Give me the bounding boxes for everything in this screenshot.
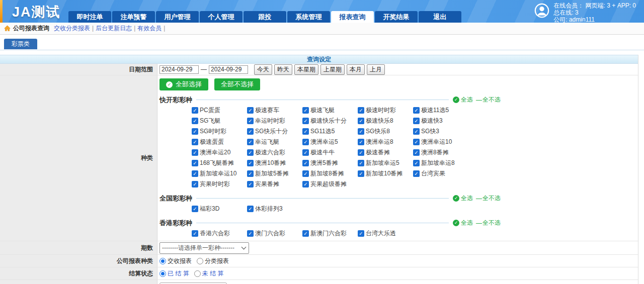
settle-status-options: 已 结 算未 结 算 [157, 267, 638, 279]
lottery-option[interactable]: ✓SG时时彩 [192, 128, 247, 135]
checkbox-checked-icon: ✓ [413, 160, 420, 166]
nav-tab-8[interactable]: 退出 [419, 11, 461, 23]
settle-status-option-1[interactable]: 未 结 算 [194, 269, 224, 278]
lottery-option[interactable]: ✓极速蛋蛋 [192, 139, 247, 145]
breadcrumb-link-1[interactable]: 后台更新日志 [96, 25, 132, 32]
nav-tab-7[interactable]: 开奖结果 [375, 11, 418, 23]
lottery-option[interactable]: ✓福彩3D [192, 206, 247, 212]
lottery-option[interactable]: ✓极速快3 [413, 118, 468, 124]
nav-tab-5[interactable]: 系统管理 [287, 11, 330, 23]
lottery-option[interactable]: ✓宾果超级番摊 [302, 181, 358, 187]
nav-tab-0[interactable]: 即时注单 [68, 11, 111, 23]
nav-tab-3[interactable]: 个人管理 [200, 11, 243, 23]
date-separator: — [201, 66, 207, 73]
date-shortcut-button-0[interactable]: 今天 [254, 64, 272, 75]
section-links: ✓全选—全不选 [453, 219, 501, 227]
user-avatar-icon [534, 3, 549, 18]
lottery-option[interactable]: ✓极速11选5 [413, 107, 468, 114]
report-type-option-0[interactable]: 交收报表 [159, 257, 192, 265]
lottery-option[interactable]: ✓极速快乐十分 [302, 118, 358, 124]
lottery-option[interactable]: ✓PC蛋蛋 [192, 107, 247, 114]
period-select[interactable]: --------请选择单一彩种------- [159, 242, 249, 254]
lottery-option[interactable]: ✓新加坡10番摊 [358, 170, 413, 177]
home-icon[interactable] [4, 25, 11, 32]
lottery-option[interactable]: ✓澳洲幸运8 [358, 139, 413, 145]
lottery-option[interactable]: ✓澳洲10番摊 [247, 160, 302, 166]
lottery-option[interactable]: ✓168飞艇番摊 [192, 160, 247, 166]
lottery-option[interactable]: ✓极速快乐8 [358, 118, 413, 124]
lottery-option[interactable]: ✓台湾大乐透 [358, 230, 413, 237]
lottery-option[interactable]: ✓香港六合彩 [192, 230, 247, 237]
checkbox-checked-icon: ✓ [192, 118, 198, 124]
lottery-option[interactable]: ✓极速六合彩 [247, 149, 302, 156]
lottery-option[interactable]: ✓新加坡幸运5 [358, 160, 413, 166]
lottery-option[interactable]: ✓新加坡幸运10 [192, 170, 247, 177]
lottery-option-label: 福彩3D [200, 205, 219, 213]
lottery-option[interactable]: ✓澳洲幸运20 [192, 149, 247, 156]
lottery-option[interactable]: ✓新加坡幸运8 [413, 160, 468, 166]
lottery-option[interactable]: ✓澳洲幸运5 [302, 139, 358, 145]
checkbox-checked-icon: ✓ [247, 181, 254, 187]
lottery-option[interactable]: ✓SG快乐十分 [247, 128, 302, 135]
lottery-option-label: SG飞艇 [200, 117, 220, 125]
select-all-link[interactable]: 全选 [461, 96, 473, 104]
date-shortcut-button-4[interactable]: 本月 [347, 64, 365, 75]
username-content [157, 280, 638, 284]
lottery-option[interactable]: ✓新澳门六合彩 [302, 230, 358, 237]
lottery-option[interactable]: ✓澳洲8番摊 [413, 149, 468, 156]
select-all-button[interactable]: ✓ 全部选择 [159, 78, 208, 90]
nav-tab-4[interactable]: 跟投 [244, 11, 286, 23]
lottery-option[interactable]: ✓澳门六合彩 [247, 230, 302, 237]
end-date-input[interactable] [209, 65, 248, 74]
lottery-option[interactable]: ✓澳洲5番摊 [302, 160, 358, 166]
lottery-option[interactable]: ✓新加坡5番摊 [247, 170, 302, 177]
lottery-option[interactable]: ✓极速飞艇 [302, 107, 358, 114]
breadcrumb-separator: | [92, 25, 94, 32]
settle-status-label: 结算状态 [0, 267, 157, 279]
deselect-all-link[interactable]: 全不选 [482, 219, 501, 227]
start-date-input[interactable] [159, 65, 199, 74]
breadcrumb-link-0[interactable]: 交收分类报表 [54, 25, 90, 32]
lottery-checkbox-grid: ✓香港六合彩✓澳门六合彩✓新澳门六合彩✓台湾大乐透 [192, 230, 638, 237]
nav-tab-1[interactable]: 注单预警 [112, 11, 155, 23]
nav-tab-6[interactable]: 报表查询 [331, 11, 374, 23]
lottery-option-label: 极速11选5 [421, 106, 449, 115]
deselect-all-link[interactable]: 全不选 [482, 194, 501, 203]
category-row: 种类 ✓ 全部选择 全部不选择 快开彩彩种✓全选—全不选✓PC蛋蛋✓极速赛车✓极… [0, 75, 638, 241]
report-type-option-1[interactable]: 分类报表 [197, 257, 229, 265]
lottery-option[interactable]: ✓SG11选5 [302, 128, 358, 135]
lottery-option[interactable]: ✓澳洲幸运10 [413, 139, 468, 145]
lottery-option[interactable]: ✓体彩排列3 [247, 206, 302, 212]
main-nav: 即时注单注单预警用户管理个人管理跟投系统管理报表查询开奖结果退出 [68, 11, 461, 23]
lottery-option[interactable]: ✓极速赛车 [247, 107, 302, 114]
lottery-option[interactable]: ✓台湾宾果 [413, 170, 468, 177]
lottery-option[interactable]: ✓极速番摊 [358, 149, 413, 156]
nav-tab-2[interactable]: 用户管理 [156, 11, 199, 23]
settle-status-option-0[interactable]: 已 结 算 [159, 269, 189, 278]
lottery-option[interactable]: ✓SG飞艇 [192, 118, 247, 124]
lottery-option[interactable]: ✓宾果时时彩 [192, 181, 247, 187]
lottery-option[interactable]: ✓SG快3 [413, 128, 468, 135]
accent-strip [0, 0, 3, 23]
select-all-link[interactable]: 全选 [461, 219, 473, 227]
deselect-all-link[interactable]: 全不选 [482, 96, 501, 104]
date-shortcut-button-2[interactable]: 本星期 [294, 64, 318, 75]
lottery-option[interactable]: ✓幸运时时彩 [247, 118, 302, 124]
lottery-option[interactable]: ✓新加坡8番摊 [302, 170, 358, 177]
date-shortcut-button-5[interactable]: 上月 [367, 64, 385, 75]
category-label: 种类 [0, 75, 157, 241]
lottery-option[interactable]: ✓幸运飞艇 [247, 139, 302, 145]
lottery-option[interactable]: ✓宾果番摊 [247, 181, 302, 187]
section-divider-line [196, 100, 449, 100]
lottery-option[interactable]: ✓极速时时彩 [358, 107, 413, 114]
date-shortcut-button-3[interactable]: 上星期 [320, 64, 345, 75]
select-all-link[interactable]: 全选 [461, 194, 473, 203]
deselect-all-button[interactable]: 全部不选择 [214, 78, 260, 90]
lottery-option-label: 香港六合彩 [200, 229, 230, 238]
lottery-option[interactable]: ✓极速牛牛 [302, 149, 358, 156]
lottery-option[interactable]: ✓SG快乐8 [358, 128, 413, 135]
lottery-option-label: 极速牛牛 [310, 148, 335, 157]
breadcrumb-link-2[interactable]: 有效会员 [137, 25, 162, 32]
tab-lottery-category[interactable]: 彩票类 [4, 39, 37, 49]
date-shortcut-button-1[interactable]: 昨天 [274, 64, 292, 75]
